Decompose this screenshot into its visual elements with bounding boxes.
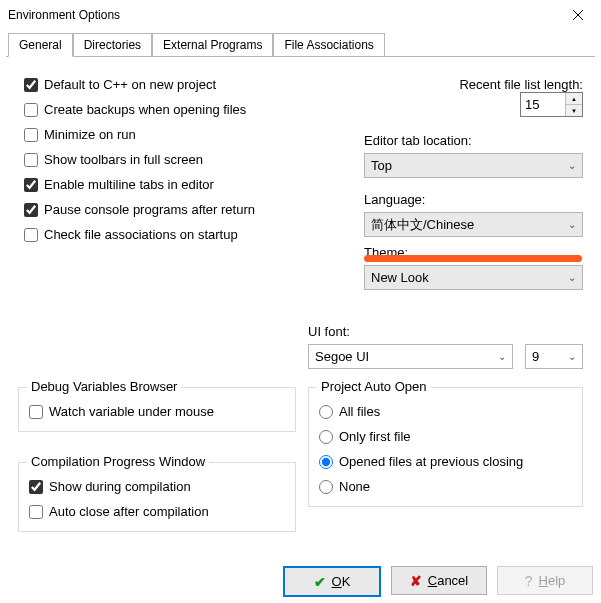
button-bar: ✔ OK ✘ Cancel ? Help [283,566,593,597]
chk-multiline-tabs[interactable]: Enable multiline tabs in editor [24,177,354,192]
project-auto-open-group: Project Auto Open All files Only first f… [308,387,583,507]
radio-none-input[interactable] [319,480,333,494]
radio-first-file-label: Only first file [339,429,411,444]
tab-external-programs[interactable]: External Programs [152,33,273,57]
chk-watch-variable-label: Watch variable under mouse [49,404,214,419]
radio-none-label: None [339,479,370,494]
chk-minimize-on-run-input[interactable] [24,128,38,142]
recent-label: Recent file list length: [459,77,583,92]
debug-variables-group: Debug Variables Browser Watch variable u… [18,387,296,432]
tab-bar: General Directories External Programs Fi… [6,30,595,57]
chk-auto-close-input[interactable] [29,505,43,519]
help-button[interactable]: ? Help [497,566,593,595]
chevron-down-icon: ⌄ [568,272,576,283]
radio-opened-files[interactable]: Opened files at previous closing [319,454,572,469]
chevron-down-icon: ⌄ [568,351,576,362]
theme-value: New Look [371,270,429,285]
ui-font-label: UI font: [308,324,583,339]
chk-pause-console-label: Pause console programs after return [44,202,255,217]
chk-show-compilation[interactable]: Show during compilation [29,479,285,494]
tab-directories[interactable]: Directories [73,33,152,57]
highlight-annotation [364,255,582,262]
chk-minimize-on-run[interactable]: Minimize on run [24,127,354,142]
options-column: Default to C++ on new project Create bac… [18,77,354,304]
radio-opened-files-label: Opened files at previous closing [339,454,523,469]
chk-auto-close[interactable]: Auto close after compilation [29,504,285,519]
titlebar: Environment Options [0,0,601,30]
ok-button-label: OK [332,574,351,589]
spin-up-icon[interactable]: ▲ [566,93,582,105]
editor-tab-label: Editor tab location: [364,133,583,148]
theme-select[interactable]: New Look ⌄ [364,265,583,290]
language-label: Language: [364,192,583,207]
chk-show-compilation-input[interactable] [29,480,43,494]
chk-watch-variable[interactable]: Watch variable under mouse [29,404,285,419]
chk-check-assoc-label: Check file associations on startup [44,227,238,242]
dialog-window: Environment Options General Directories … [0,0,601,603]
tab-directories-label: Directories [84,38,141,52]
cancel-button[interactable]: ✘ Cancel [391,566,487,595]
chk-pause-console-input[interactable] [24,203,38,217]
editor-tab-value: Top [371,158,392,173]
tab-file-associations[interactable]: File Associations [273,33,384,57]
ui-font-size-value: 9 [532,349,539,364]
chk-default-cpp-input[interactable] [24,78,38,92]
tab-external-programs-label: External Programs [163,38,262,52]
chk-show-compilation-label: Show during compilation [49,479,191,494]
chk-toolbars-fullscreen-input[interactable] [24,153,38,167]
chk-default-cpp[interactable]: Default to C++ on new project [24,77,354,92]
chk-default-cpp-label: Default to C++ on new project [44,77,216,92]
check-icon: ✔ [314,574,326,590]
chk-minimize-on-run-label: Minimize on run [44,127,136,142]
spin-down-icon[interactable]: ▼ [566,105,582,116]
chk-watch-variable-input[interactable] [29,405,43,419]
compilation-progress-group: Compilation Progress Window Show during … [18,462,296,532]
help-button-label: Help [539,573,566,588]
chk-create-backups[interactable]: Create backups when opening files [24,102,354,117]
chk-toolbars-fullscreen-label: Show toolbars in full screen [44,152,203,167]
radio-first-file-input[interactable] [319,430,333,444]
tab-content: Default to C++ on new project Create bac… [0,57,601,540]
help-icon: ? [525,573,533,589]
settings-column: Recent file list length: ▲ ▼ Editor tab … [354,77,583,304]
radio-all-files-input[interactable] [319,405,333,419]
chevron-down-icon: ⌄ [568,219,576,230]
project-auto-open-title: Project Auto Open [317,379,431,394]
close-icon [573,10,583,20]
tab-general-label: General [19,38,62,52]
language-select[interactable]: 简体中文/Chinese ⌄ [364,212,583,237]
recent-count[interactable]: ▲ ▼ [520,92,583,117]
recent-count-spinner[interactable]: ▲ ▼ [565,93,582,116]
chk-auto-close-label: Auto close after compilation [49,504,209,519]
radio-all-files[interactable]: All files [319,404,572,419]
compilation-progress-title: Compilation Progress Window [27,454,209,469]
tab-general[interactable]: General [8,33,73,57]
x-icon: ✘ [410,573,422,589]
close-button[interactable] [563,0,593,30]
tab-file-associations-label: File Associations [284,38,373,52]
cancel-button-label: Cancel [428,573,468,588]
ui-font-name-value: Segoe UI [315,349,369,364]
language-value: 简体中文/Chinese [371,216,474,234]
chk-check-assoc[interactable]: Check file associations on startup [24,227,354,242]
radio-all-files-label: All files [339,404,380,419]
chk-multiline-tabs-input[interactable] [24,178,38,192]
ok-button[interactable]: ✔ OK [283,566,381,597]
radio-first-file[interactable]: Only first file [319,429,572,444]
recent-count-input[interactable] [521,93,565,116]
debug-variables-title: Debug Variables Browser [27,379,181,394]
chk-pause-console[interactable]: Pause console programs after return [24,202,354,217]
chk-create-backups-label: Create backups when opening files [44,102,246,117]
ui-font-size-select[interactable]: 9 ⌄ [525,344,583,369]
chk-toolbars-fullscreen[interactable]: Show toolbars in full screen [24,152,354,167]
chk-check-assoc-input[interactable] [24,228,38,242]
radio-none[interactable]: None [319,479,572,494]
radio-opened-files-input[interactable] [319,455,333,469]
chk-create-backups-input[interactable] [24,103,38,117]
chevron-down-icon: ⌄ [568,160,576,171]
window-title: Environment Options [8,8,563,22]
chevron-down-icon: ⌄ [498,351,506,362]
ui-font-name-select[interactable]: Segoe UI ⌄ [308,344,513,369]
editor-tab-select[interactable]: Top ⌄ [364,153,583,178]
chk-multiline-tabs-label: Enable multiline tabs in editor [44,177,214,192]
